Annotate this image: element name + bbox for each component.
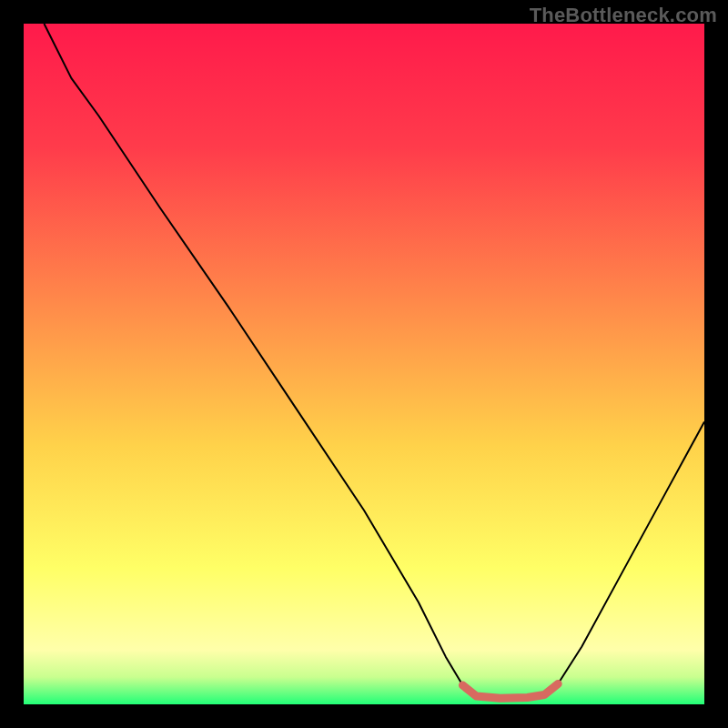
attribution-label: TheBottleneck.com	[530, 4, 717, 27]
chart-stage: TheBottleneck.com	[0, 0, 728, 728]
bottleneck-chart	[0, 0, 728, 728]
plot-background-gradient	[24, 24, 704, 704]
